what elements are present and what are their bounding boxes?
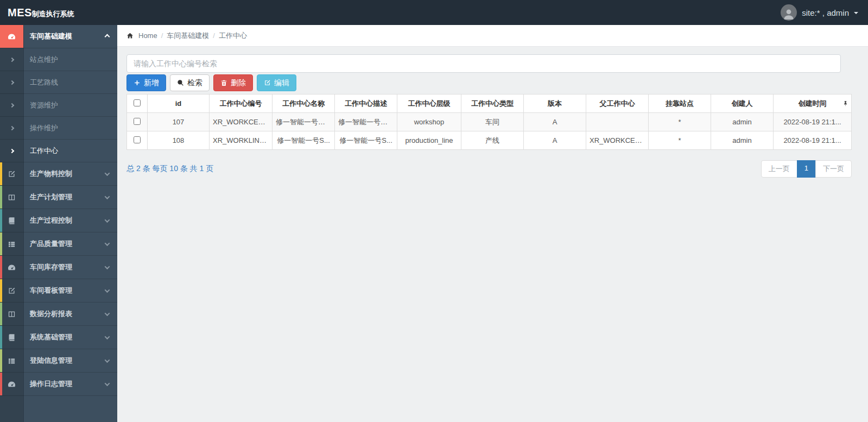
gauge-icon [0, 256, 23, 279]
search-button[interactable]: 检索 [170, 74, 210, 91]
sidebar-item-resource-maintenance[interactable]: 资源维护 [0, 94, 117, 117]
delete-button[interactable]: 删除 [213, 74, 253, 91]
sidebar-item-station-maintenance[interactable]: 站点维护 [0, 48, 117, 71]
row-select-cell [127, 131, 148, 150]
breadcrumb-workshop-modeling[interactable]: 车间基础建模 [167, 31, 209, 41]
sidebar-group-operation-log-management[interactable]: 操作日志管理 [0, 373, 117, 396]
row-checkbox[interactable] [134, 118, 141, 125]
sidebar-item-label: 工艺路线 [30, 78, 58, 87]
chevron-down-icon [105, 334, 110, 339]
edit-icon [264, 79, 271, 86]
accent-bar [0, 162, 2, 185]
sidebar-group-analysis-reports[interactable]: 数据分析报表 [0, 303, 117, 326]
sidebar: 车间基础建模 站点维护 工艺路线 资源维护 操作维护 工作中心 生产物料控制 生… [0, 25, 117, 422]
sidebar-group-material-control[interactable]: 生产物料控制 [0, 162, 117, 186]
sidebar-group-label: 车间库存管理 [30, 262, 72, 272]
select-all-cell [127, 95, 148, 113]
column-header-description[interactable]: 工作中心描述 [335, 95, 397, 113]
user-avatar [781, 4, 797, 21]
breadcrumb-separator: / [213, 32, 215, 40]
column-header-level[interactable]: 工作中心层级 [397, 95, 461, 113]
sidebar-item-process-route[interactable]: 工艺路线 [0, 71, 117, 94]
sidebar-group-login-info-management[interactable]: 登陆信息管理 [0, 349, 117, 373]
sidebar-group-kanban-management[interactable]: 车间看板管理 [0, 279, 117, 303]
gauge-icon [0, 25, 23, 48]
sidebar-item-label: 工作中心 [30, 146, 58, 156]
sidebar-group-label: 操作日志管理 [30, 379, 72, 389]
column-header-code[interactable]: 工作中心编号 [210, 95, 273, 113]
breadcrumb: Home / 车间基础建模 / 工作中心 [117, 25, 868, 47]
chevron-down-icon [105, 381, 110, 386]
chevron-down-icon [105, 264, 110, 269]
logo-secondary: 制造执行系统 [32, 10, 74, 18]
table-row[interactable]: 107 XR_WORKCEN... 修一智能一号车间 修一智能一号车间 work… [127, 113, 852, 131]
breadcrumb-home[interactable]: Home [138, 32, 157, 40]
sidebar-group-label: 车间看板管理 [30, 286, 72, 295]
sidebar-item-operation-maintenance[interactable]: 操作维护 [0, 117, 117, 140]
pin-icon[interactable] [842, 100, 848, 109]
sidebar-item-label: 资源维护 [30, 100, 58, 110]
accent-bar [0, 186, 2, 209]
sidebar-group-plan-management[interactable]: 生产计划管理 [0, 186, 117, 209]
sidebar-group-label: 车间基础建模 [30, 32, 72, 41]
sidebar-group-label: 登陆信息管理 [30, 356, 72, 366]
sidebar-group-label: 数据分析报表 [30, 309, 72, 319]
chevron-right-icon [0, 117, 23, 139]
caret-down-icon [854, 12, 858, 14]
sidebar-group-label: 产品质量管理 [30, 239, 72, 249]
chevron-down-icon [105, 194, 110, 199]
book-icon [0, 326, 23, 349]
column-header-version[interactable]: 版本 [524, 95, 586, 113]
search-input[interactable] [126, 54, 841, 73]
sidebar-group-label: 生产物料控制 [30, 169, 72, 179]
column-header-station[interactable]: 挂靠站点 [649, 95, 711, 113]
column-header-name[interactable]: 工作中心名称 [273, 95, 335, 113]
pagination-summary: 总 2 条 每页 10 条 共 1 页 [126, 164, 213, 174]
table-row[interactable]: 108 XR_WORKLINE... 修一智能一号S... 修一智能一号S...… [127, 131, 852, 150]
sidebar-item-work-center[interactable]: 工作中心 [0, 140, 117, 162]
column-header-id[interactable]: id [148, 95, 210, 113]
page-1-button[interactable]: 1 [797, 160, 816, 178]
column-header-created-label: 创建时间 [799, 99, 827, 108]
sidebar-group-inventory-management[interactable]: 车间库存管理 [0, 256, 117, 279]
accent-bar [0, 349, 2, 372]
accent-bar [0, 256, 2, 279]
sidebar-group-system-management[interactable]: 系统基础管理 [0, 326, 117, 349]
row-checkbox[interactable] [134, 136, 141, 143]
breadcrumb-current: 工作中心 [219, 31, 247, 41]
gauge-icon [0, 373, 23, 395]
next-page-button[interactable]: 下一页 [815, 160, 852, 178]
chevron-down-icon [105, 241, 110, 246]
sidebar-item-label: 操作维护 [30, 123, 58, 133]
prev-page-button[interactable]: 上一页 [761, 160, 797, 178]
add-button[interactable]: 新增 [126, 74, 166, 91]
user-menu[interactable]: site:* , admin [781, 4, 858, 21]
column-header-parent[interactable]: 父工作中心 [586, 95, 649, 113]
logo-primary: MES [8, 7, 32, 18]
chevron-down-icon [105, 287, 110, 293]
delete-button-label: 删除 [231, 78, 246, 88]
chevron-right-icon [0, 48, 23, 71]
work-center-table: id 工作中心编号 工作中心名称 工作中心描述 工作中心层级 工作中心类型 版本… [126, 94, 852, 150]
add-button-label: 新增 [144, 78, 159, 88]
sidebar-group-label: 生产计划管理 [30, 192, 72, 202]
column-header-creator[interactable]: 创建人 [711, 95, 774, 113]
sidebar-group-quality-management[interactable]: 产品质量管理 [0, 232, 117, 256]
sidebar-group-process-control[interactable]: 生产过程控制 [0, 209, 117, 232]
column-header-created[interactable]: 创建时间 [774, 95, 852, 113]
chevron-right-icon [0, 71, 23, 93]
main-area: Home / 车间基础建模 / 工作中心 新增 检索 删除 编辑 [117, 25, 868, 422]
app-logo: MES制造执行系统 [8, 7, 74, 19]
column-header-type[interactable]: 工作中心类型 [461, 95, 524, 113]
sidebar-group-workshop-modeling[interactable]: 车间基础建模 [0, 25, 117, 48]
search-icon [177, 79, 184, 86]
select-all-checkbox[interactable] [134, 99, 141, 106]
accent-bar [0, 279, 2, 302]
plus-icon [134, 79, 141, 86]
content: 新增 检索 删除 编辑 [117, 47, 868, 178]
edit-button[interactable]: 编辑 [257, 74, 296, 91]
chevron-down-icon [105, 217, 110, 223]
chevron-down-icon [105, 311, 110, 316]
person-icon [782, 7, 796, 21]
home-icon [126, 32, 134, 39]
